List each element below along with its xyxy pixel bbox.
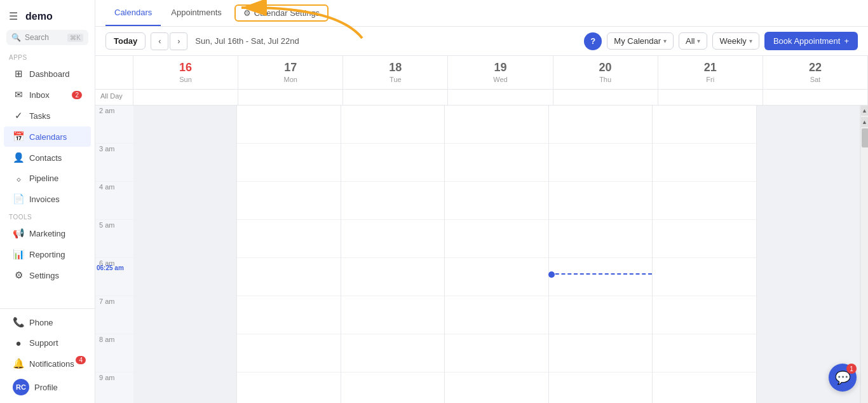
allday-cell-18[interactable] xyxy=(343,90,448,105)
chat-bubble[interactable]: 💬 1 xyxy=(829,364,857,392)
my-calendar-dropdown[interactable]: My Calendar ▾ xyxy=(607,32,674,50)
time-slot-cell[interactable] xyxy=(133,106,236,144)
time-slot-cell[interactable] xyxy=(549,334,652,372)
sidebar-item-marketing[interactable]: 📢 Marketing xyxy=(4,223,91,243)
time-slot-cell[interactable] xyxy=(757,182,860,220)
time-slot-cell[interactable] xyxy=(549,258,652,296)
scroll-up-small[interactable]: ▲ xyxy=(861,117,868,127)
day-col-20[interactable] xyxy=(549,106,653,403)
time-slot-cell[interactable] xyxy=(445,296,548,334)
time-slot-cell[interactable] xyxy=(549,182,652,220)
scroll-thumb[interactable] xyxy=(862,128,868,147)
time-slot-cell[interactable] xyxy=(757,258,860,296)
next-button[interactable]: › xyxy=(170,32,187,50)
time-slot-cell[interactable] xyxy=(653,220,756,258)
sidebar-item-contacts[interactable]: 👤 Contacts xyxy=(4,147,91,168)
time-slot-cell[interactable] xyxy=(653,182,756,220)
time-slot-cell[interactable] xyxy=(341,258,444,296)
time-slot-cell[interactable] xyxy=(341,372,444,403)
time-slot-cell[interactable] xyxy=(341,182,444,220)
time-slot-cell[interactable] xyxy=(237,258,340,296)
day-col-18[interactable] xyxy=(341,106,445,403)
sidebar-item-profile[interactable]: RC Profile xyxy=(4,374,91,400)
sidebar-item-settings[interactable]: ⚙ Settings xyxy=(4,265,91,285)
day-col-16[interactable] xyxy=(133,106,237,403)
sidebar-item-support[interactable]: ● Support xyxy=(4,333,91,353)
time-slot-cell[interactable] xyxy=(757,296,860,334)
allday-cell-20[interactable] xyxy=(553,90,658,105)
time-slot-cell[interactable] xyxy=(549,296,652,334)
time-slot-cell[interactable] xyxy=(341,334,444,372)
sidebar-item-calendars[interactable]: 📅 Calendars xyxy=(4,126,91,147)
sidebar-item-reporting[interactable]: 📊 Reporting xyxy=(4,244,91,264)
time-slot-cell[interactable] xyxy=(549,144,652,182)
time-slot-cell[interactable] xyxy=(237,220,340,258)
allday-cell-19[interactable] xyxy=(448,90,553,105)
time-slot-cell[interactable] xyxy=(237,372,340,403)
time-slot-cell[interactable] xyxy=(653,372,756,403)
time-slot-cell[interactable] xyxy=(549,372,652,403)
allday-cell-21[interactable] xyxy=(658,90,763,105)
time-slot-cell[interactable] xyxy=(133,296,236,334)
time-slot-cell[interactable] xyxy=(445,372,548,403)
sidebar-item-invoices[interactable]: 📄 Invoices xyxy=(4,189,91,209)
today-button[interactable]: Today xyxy=(105,32,146,50)
time-slot-cell[interactable] xyxy=(133,372,236,403)
time-slot-cell[interactable] xyxy=(757,106,860,144)
time-slot-cell[interactable] xyxy=(133,182,236,220)
time-slot-cell[interactable] xyxy=(757,144,860,182)
time-slot-cell[interactable] xyxy=(237,144,340,182)
allday-cell-16[interactable] xyxy=(133,90,238,105)
help-button[interactable]: ? xyxy=(584,32,602,50)
time-slot-cell[interactable] xyxy=(653,144,756,182)
time-slot-cell[interactable] xyxy=(133,258,236,296)
book-appointment-button[interactable]: Book Appointment + xyxy=(764,32,858,50)
sidebar-item-dashboard[interactable]: ⊞ Dashboard xyxy=(4,64,91,84)
time-slot-cell[interactable] xyxy=(653,258,756,296)
time-slot-cell[interactable] xyxy=(237,182,340,220)
day-col-21[interactable] xyxy=(653,106,756,403)
sidebar-item-tasks[interactable]: ✓ Tasks xyxy=(4,106,91,126)
sidebar-item-phone[interactable]: 📞 Phone xyxy=(4,312,91,332)
time-slot-cell[interactable] xyxy=(445,220,548,258)
time-slot-cell[interactable] xyxy=(653,296,756,334)
weekly-dropdown[interactable]: Weekly ▾ xyxy=(712,32,759,50)
all-dropdown[interactable]: All ▾ xyxy=(679,32,707,50)
time-slot-cell[interactable] xyxy=(341,106,444,144)
time-slot-cell[interactable] xyxy=(445,258,548,296)
allday-cell-22[interactable] xyxy=(763,90,868,105)
day-col-19[interactable] xyxy=(445,106,548,403)
scroll-up-button[interactable]: ▲ xyxy=(861,106,868,116)
time-slot-cell[interactable] xyxy=(445,182,548,220)
time-slot-cell[interactable] xyxy=(445,144,548,182)
day-col-22[interactable] xyxy=(757,106,860,403)
hamburger-icon[interactable]: ☰ xyxy=(9,10,18,22)
search-bar[interactable]: 🔍 Search ⌘K xyxy=(6,30,88,45)
time-slot-cell[interactable] xyxy=(237,334,340,372)
sidebar-item-notifications[interactable]: 🔔 Notifications 4 xyxy=(4,353,91,374)
prev-button[interactable]: ‹ xyxy=(151,32,168,50)
time-slot-cell[interactable] xyxy=(341,144,444,182)
time-slot-cell[interactable] xyxy=(653,334,756,372)
allday-cell-17[interactable] xyxy=(238,90,343,105)
time-slot-cell[interactable] xyxy=(549,106,652,144)
time-slot-cell[interactable] xyxy=(757,220,860,258)
time-slot-cell[interactable] xyxy=(133,220,236,258)
time-slot-cell[interactable] xyxy=(445,106,548,144)
topnav-tab-calendars[interactable]: Calendars xyxy=(105,0,161,26)
sidebar-item-pipeline[interactable]: ⬦ Pipeline xyxy=(4,168,91,188)
calendar-body[interactable]: 2 am3 am4 am5 am6 am7 am8 am9 am10 am11 … xyxy=(95,106,868,403)
sidebar-item-inbox[interactable]: ✉ Inbox 2 xyxy=(4,85,91,105)
time-slot-cell[interactable] xyxy=(341,296,444,334)
time-slot-cell[interactable] xyxy=(445,334,548,372)
time-slot-cell[interactable] xyxy=(341,220,444,258)
vertical-scrollbar[interactable]: ▲ ▲ xyxy=(860,106,868,403)
time-slot-cell[interactable] xyxy=(133,334,236,372)
topnav-tab-appointments[interactable]: Appointments xyxy=(162,0,231,26)
time-slot-cell[interactable] xyxy=(653,106,756,144)
time-slot-cell[interactable] xyxy=(237,106,340,144)
time-slot-cell[interactable] xyxy=(237,296,340,334)
time-slot-cell[interactable] xyxy=(133,144,236,182)
day-col-17[interactable] xyxy=(237,106,341,403)
topnav-tab-calendar-settings[interactable]: ⚙Calendar Settings xyxy=(234,4,329,22)
